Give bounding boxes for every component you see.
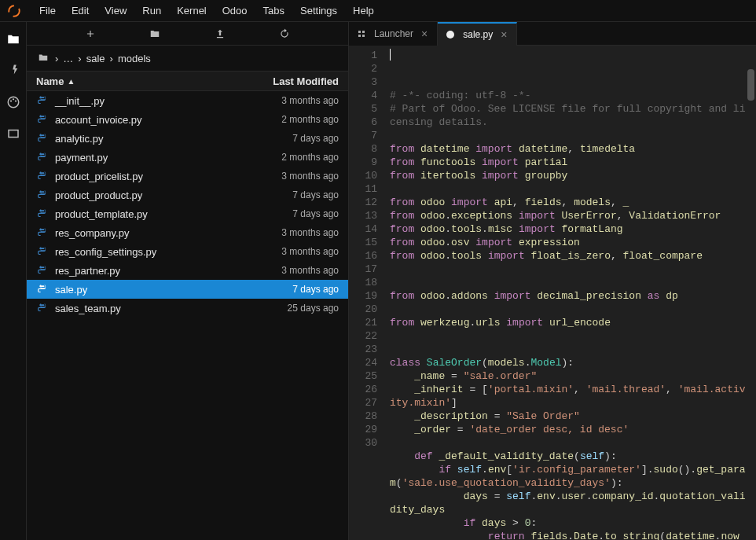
- code-editor[interactable]: 1234567891011121314151617181920212223242…: [349, 46, 756, 540]
- menu-run[interactable]: Run: [134, 2, 169, 20]
- folder-icon[interactable]: [6, 31, 21, 47]
- new-launcher-icon[interactable]: [84, 28, 97, 40]
- code-line[interactable]: [390, 436, 750, 450]
- code-line[interactable]: from odoo import api, fields, models, _: [390, 196, 750, 209]
- code-line[interactable]: if days > 0:: [390, 516, 750, 530]
- breadcrumb[interactable]: › … › sale › models: [27, 46, 348, 71]
- code-line[interactable]: from odoo.tools.misc import formatLang: [390, 222, 750, 236]
- python-file-icon: [36, 94, 49, 107]
- tab-sale-py[interactable]: sale.py×: [438, 22, 517, 46]
- code-line[interactable]: from odoo.osv import expression: [390, 236, 750, 249]
- file-modified: 3 months ago: [229, 171, 339, 182]
- line-number: 22: [352, 329, 377, 343]
- column-name[interactable]: Name ▲: [36, 75, 229, 87]
- line-gutter: 1234567891011121314151617181920212223242…: [349, 46, 384, 540]
- code-line[interactable]: from odoo.tools import float_is_zero, fl…: [390, 249, 750, 263]
- file-row[interactable]: account_invoice.py2 months ago: [27, 110, 348, 129]
- file-modified: 25 days ago: [229, 303, 339, 314]
- file-row[interactable]: analytic.py7 days ago: [27, 129, 348, 148]
- line-number: 25: [352, 369, 377, 383]
- file-row[interactable]: sales_team.py25 days ago: [27, 299, 348, 318]
- svg-point-7: [40, 116, 41, 116]
- tab-launcher[interactable]: Launcher×: [349, 22, 438, 46]
- file-row[interactable]: res_partner.py3 months ago: [27, 261, 348, 280]
- breadcrumb-part[interactable]: sale: [86, 53, 105, 64]
- menu-help[interactable]: Help: [345, 2, 382, 20]
- file-name: product_product.py: [55, 189, 229, 201]
- breadcrumb-part[interactable]: models: [118, 53, 151, 64]
- file-row[interactable]: res_config_settings.py3 months ago: [27, 242, 348, 261]
- palette-icon[interactable]: [6, 94, 21, 110]
- code-line[interactable]: from werkzeug.urls import url_encode: [390, 316, 750, 329]
- svg-point-3: [12, 98, 13, 100]
- code-line[interactable]: [390, 343, 750, 356]
- code-line[interactable]: class SaleOrder(models.Model):: [390, 356, 750, 369]
- menu-settings[interactable]: Settings: [292, 2, 345, 20]
- line-number: 4: [352, 89, 377, 102]
- code-line[interactable]: [390, 182, 750, 196]
- menu-odoo[interactable]: Odoo: [215, 2, 255, 20]
- code-line[interactable]: from odoo.addons import decimal_precisio…: [390, 289, 750, 303]
- svg-rect-19: [362, 31, 365, 33]
- refresh-icon[interactable]: [278, 28, 291, 40]
- running-icon[interactable]: [6, 63, 21, 79]
- menu-edit[interactable]: Edit: [64, 2, 97, 20]
- code-line[interactable]: [390, 263, 750, 276]
- code-line[interactable]: # Part of Odoo. See LICENSE file for ful…: [390, 102, 750, 129]
- tabs-icon[interactable]: [6, 126, 21, 141]
- code-line[interactable]: _inherit = ['portal.mixin', 'mail.thread…: [390, 383, 750, 410]
- file-row[interactable]: payment.py2 months ago: [27, 148, 348, 167]
- code-line[interactable]: def _default_validity_date(self):: [390, 450, 750, 463]
- code-line[interactable]: # -*- coding: utf-8 -*-: [390, 89, 750, 102]
- file-row[interactable]: product_template.py7 days ago: [27, 204, 348, 223]
- code-line[interactable]: if self.env['ir.config_parameter'].sudo(…: [390, 463, 750, 490]
- line-number: 29: [352, 423, 377, 436]
- code-line[interactable]: [390, 129, 750, 142]
- home-folder-icon[interactable]: [38, 52, 49, 65]
- close-icon[interactable]: ×: [420, 28, 429, 40]
- file-name: sales_team.py: [55, 303, 229, 314]
- file-row[interactable]: __init__.py3 months ago: [27, 91, 348, 110]
- code-line[interactable]: [390, 276, 750, 289]
- file-row[interactable]: product_product.py7 days ago: [27, 186, 348, 204]
- upload-icon[interactable]: [214, 28, 226, 40]
- code-line[interactable]: from odoo.exceptions import UserError, V…: [390, 209, 750, 222]
- code-line[interactable]: [390, 329, 750, 343]
- breadcrumb-part[interactable]: …: [63, 53, 73, 64]
- python-file-icon: [36, 170, 49, 182]
- code-line[interactable]: _description = "Sale Order": [390, 410, 750, 423]
- code-line[interactable]: from functools import partial: [390, 156, 750, 169]
- line-number: 6: [352, 116, 377, 129]
- vertical-scrollbar[interactable]: [747, 69, 754, 532]
- menu-kernel[interactable]: Kernel: [169, 2, 215, 20]
- scrollbar-thumb[interactable]: [747, 69, 754, 101]
- svg-point-15: [40, 266, 41, 267]
- code-line[interactable]: [390, 303, 750, 316]
- jupyter-logo-icon: [6, 3, 22, 19]
- sort-icon: ▲: [67, 77, 75, 86]
- menu-tabs[interactable]: Tabs: [255, 2, 292, 20]
- code-line[interactable]: _name = "sale.order": [390, 369, 750, 383]
- file-row[interactable]: res_company.py3 months ago: [27, 223, 348, 242]
- line-number: 24: [352, 356, 377, 369]
- new-folder-icon[interactable]: [149, 28, 161, 40]
- code-line[interactable]: _order = 'date_order desc, id desc': [390, 423, 750, 436]
- column-modified[interactable]: Last Modified: [229, 75, 339, 87]
- code-line[interactable]: return fields.Date.to_string(datetime.no…: [390, 530, 750, 540]
- line-number: 26: [352, 383, 377, 396]
- file-row[interactable]: sale.py7 days ago: [27, 280, 348, 299]
- code-line[interactable]: days = self.env.user.company_id.quotatio…: [390, 490, 750, 516]
- svg-point-9: [40, 153, 41, 154]
- file-list-header: Name ▲ Last Modified: [27, 71, 348, 91]
- menu-view[interactable]: View: [97, 2, 134, 20]
- python-file-icon: [36, 302, 49, 314]
- svg-point-2: [9, 100, 11, 101]
- activity-bar: [0, 22, 27, 540]
- line-number: 21: [352, 316, 377, 329]
- code-line[interactable]: from datetime import datetime, timedelta: [390, 142, 750, 156]
- file-row[interactable]: product_pricelist.py3 months ago: [27, 167, 348, 186]
- menu-file[interactable]: File: [31, 2, 64, 20]
- close-icon[interactable]: ×: [499, 28, 508, 41]
- code-area[interactable]: # -*- coding: utf-8 -*-# Part of Odoo. S…: [384, 46, 756, 540]
- code-line[interactable]: from itertools import groupby: [390, 169, 750, 182]
